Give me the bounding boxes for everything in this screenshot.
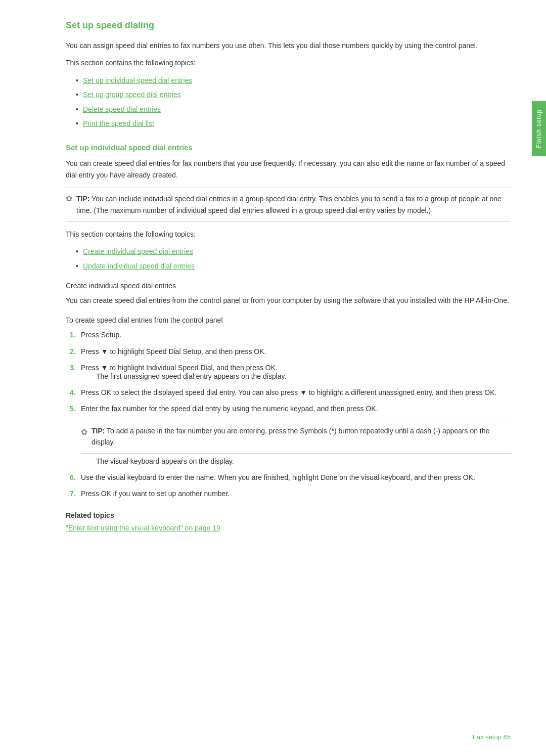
step-3: Press ▼ to highlight Individual Speed Di…	[66, 362, 511, 382]
individual-paragraph-2: This section contains the following topi…	[66, 229, 511, 240]
page-title: Set up speed dialing	[66, 20, 511, 31]
step-4-text: Press OK to select the displayed speed d…	[81, 388, 496, 396]
step-3-sub: The first unassigned speed dial entry ap…	[81, 371, 511, 382]
sub-toc-link-1[interactable]: Create individual speed dial entries	[83, 247, 193, 255]
sidebar-tab: Finish setup	[532, 101, 546, 156]
toc-list: Set up individual speed dial entries Set…	[76, 75, 511, 129]
tip-label-2: TIP:	[92, 427, 105, 435]
toc-link-1[interactable]: Set up individual speed dial entries	[83, 76, 192, 84]
step-5-text: Enter the fax number for the speed dial …	[81, 405, 378, 413]
tip-text-2: TIP: To add a pause in the fax number yo…	[92, 425, 511, 448]
tip-text-1: TIP: You can include individual speed di…	[76, 193, 511, 216]
toc-item-4: Print the speed dial list	[76, 118, 511, 129]
step-6-text: Use the visual keyboard to enter the nam…	[81, 473, 475, 481]
section-individual-title: Set up individual speed dial entries	[66, 143, 511, 152]
control-panel-heading: To create speed dial entries from the co…	[66, 316, 511, 324]
toc-link-2[interactable]: Set up group speed dial entries	[83, 91, 181, 99]
sub-toc-item-1: Create individual speed dial entries	[76, 246, 511, 257]
related-topics-link[interactable]: "Enter text using the visual keyboard" o…	[66, 524, 220, 532]
tip-icon-1: ✿	[66, 194, 72, 203]
step-6: Use the visual keyboard to enter the nam…	[66, 472, 511, 483]
toc-item-3: Delete speed dial entries	[76, 104, 511, 115]
step-5-sub: The visual keyboard appears on the displ…	[81, 456, 511, 467]
step-7: Press OK if you want to set up another n…	[66, 488, 511, 499]
page-container: Finish setup Set up speed dialing You ca…	[0, 0, 546, 756]
toc-link-4[interactable]: Print the speed dial list	[83, 119, 154, 127]
tip-label-1: TIP:	[76, 195, 89, 203]
sub-toc-link-2[interactable]: Update individual speed dial entries	[83, 262, 195, 270]
step-2: Press ▼ to highlight Speed Dial Setup, a…	[66, 346, 511, 357]
tip-box-2: ✿ TIP: To add a pause in the fax number …	[81, 420, 511, 454]
step-1-text: Press Setup.	[81, 331, 121, 339]
intro-paragraph-1: You can assign speed dial entries to fax…	[66, 40, 511, 51]
tip-icon-2: ✿	[81, 426, 87, 439]
subsection-create-title: Create individual speed dial entries	[66, 282, 511, 290]
related-topics-label: Related topics	[66, 510, 511, 521]
tip-box-1: ✿ TIP: You can include individual speed …	[66, 188, 511, 221]
step-7-text: Press OK if you want to set up another n…	[81, 490, 230, 498]
step-2-text: Press ▼ to highlight Speed Dial Setup, a…	[81, 347, 266, 355]
related-topics-section: Related topics "Enter text using the vis…	[66, 510, 511, 532]
sub-toc-item-2: Update individual speed dial entries	[76, 260, 511, 272]
footer-text: Fax setup 65	[473, 733, 511, 741]
toc-item-1: Set up individual speed dial entries	[76, 75, 511, 86]
individual-paragraph-1: You can create speed dial entries for fa…	[66, 158, 511, 181]
create-paragraph-1: You can create speed dial entries from t…	[66, 295, 511, 306]
steps-list: Press Setup. Press ▼ to highlight Speed …	[66, 329, 511, 499]
step-4: Press OK to select the displayed speed d…	[66, 387, 511, 398]
intro-paragraph-2: This section contains the following topi…	[66, 57, 511, 68]
tip-content-1: You can include individual speed dial en…	[76, 195, 502, 214]
tip-content-2: To add a pause in the fax number you are…	[92, 427, 489, 446]
toc-item-2: Set up group speed dial entries	[76, 89, 511, 100]
main-content: Set up speed dialing You can assign spee…	[66, 20, 511, 726]
footer: Fax setup 65	[0, 733, 546, 741]
step-1: Press Setup.	[66, 329, 511, 340]
sidebar-tab-label: Finish setup	[535, 109, 542, 148]
sub-toc-list: Create individual speed dial entries Upd…	[76, 246, 511, 272]
step-5: Enter the fax number for the speed dial …	[66, 403, 511, 467]
toc-link-3[interactable]: Delete speed dial entries	[83, 105, 161, 113]
